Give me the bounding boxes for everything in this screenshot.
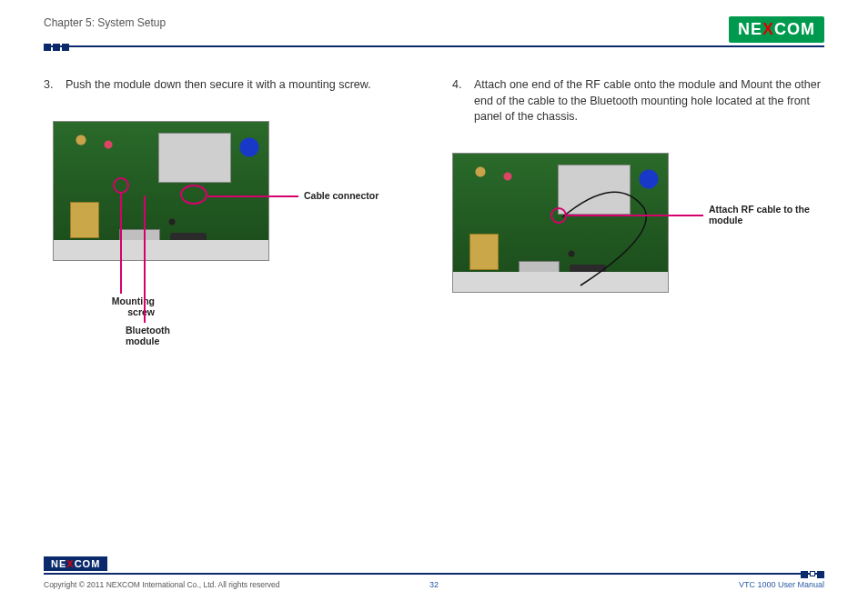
label-cable-connector: Cable connector <box>304 190 395 202</box>
callout-circle-screw <box>113 177 129 194</box>
page-number: 32 <box>429 580 439 589</box>
pcb-photo-left <box>53 121 269 261</box>
brand-post: COM <box>774 20 815 38</box>
step-3: 3. Push the module down then secure it w… <box>44 77 416 94</box>
copyright-text: Copyright © 2011 NEXCOM International Co… <box>44 580 280 589</box>
callout-line-rf <box>567 215 703 216</box>
label-bluetooth-module: Bluetooth module <box>126 325 198 347</box>
page-header: Chapter 5: System Setup NEXCOM <box>44 16 824 53</box>
manual-name: VTC 1000 User Manual <box>739 580 824 589</box>
footer-brand-pre: NE <box>51 558 66 569</box>
right-column: 4. Attach one end of the RF cable onto t… <box>452 77 824 357</box>
footer-brand-post: COM <box>75 558 101 569</box>
callout-line-cable <box>207 195 298 197</box>
step-3-number: 3. <box>44 77 58 94</box>
brand-pre: NE <box>738 20 762 38</box>
footer-logo: NEXCOM <box>44 556 107 571</box>
callout-line-bt <box>144 195 146 323</box>
step-3-text: Push the module down then secure it with… <box>66 77 371 94</box>
footer-rule <box>44 573 824 575</box>
chapter-title: Chapter 5: System Setup <box>44 16 166 29</box>
brand-x-icon: X <box>762 20 774 38</box>
step-4-text: Attach one end of the RF cable onto the … <box>474 77 824 125</box>
callout-circle-rf <box>550 207 567 224</box>
footer-brand-x-icon: X <box>66 558 74 569</box>
figure-step4: Attach RF cable to the module <box>452 153 824 335</box>
callout-circle-connector <box>180 185 207 205</box>
step-4-number: 4. <box>452 77 467 125</box>
label-attach-rf: Attach RF cable to the module <box>709 204 827 226</box>
figure-step3: Cable connector Mounting screw Bluetooth… <box>44 121 416 357</box>
content-area: 3. Push the module down then secure it w… <box>44 77 824 357</box>
header-rule <box>44 45 824 47</box>
decor-squares-br <box>801 571 824 578</box>
step-4: 4. Attach one end of the RF cable onto t… <box>452 77 824 125</box>
callout-line-mount <box>120 194 122 294</box>
left-column: 3. Push the module down then secure it w… <box>44 77 416 357</box>
brand-logo: NEXCOM <box>729 16 824 43</box>
